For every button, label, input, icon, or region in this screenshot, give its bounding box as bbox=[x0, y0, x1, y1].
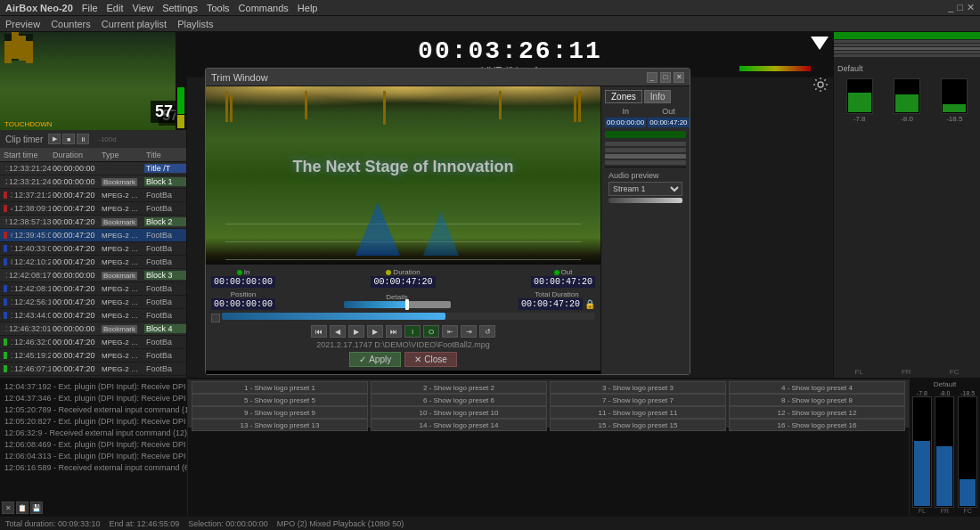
table-row[interactable]: 1712:46:07:15 00:00:47:20 MPEG-2 PS [108… bbox=[0, 363, 186, 376]
vu-label-1: -7.8 bbox=[853, 115, 866, 123]
bvu-val-2: -8.0 bbox=[939, 390, 950, 396]
hotkey-2[interactable]: 2 - Show logo preset 2 bbox=[371, 381, 547, 394]
table-row[interactable]: 512:38:57:13 00:00:47:20 Bookmark Block … bbox=[0, 216, 186, 229]
trim-play-button[interactable]: ▶ bbox=[348, 325, 364, 338]
table-row[interactable]: 412:38:09:19 00:00:47:20 MPEG-2 PS [1080… bbox=[0, 202, 186, 216]
hotkey-11[interactable]: 11 - Show logo preset 11 bbox=[550, 406, 726, 419]
menu-view[interactable]: View bbox=[133, 3, 154, 13]
hotkey-5[interactable]: 5 - Show logo preset 5 bbox=[192, 394, 368, 406]
log-copy-button[interactable]: 📋 bbox=[16, 501, 29, 514]
trim-mark-out[interactable]: O bbox=[423, 325, 439, 338]
hotkey-7[interactable]: 7 - Show logo preset 7 bbox=[550, 394, 726, 406]
field-lights bbox=[206, 86, 600, 122]
playlist-table[interactable]: 112:33:21:24 00:00:00:00 Title /T 212:33… bbox=[0, 162, 186, 378]
bvu-bar-1 bbox=[912, 396, 932, 508]
hotkey-1[interactable]: 1 - Show logo preset 1 bbox=[192, 381, 368, 394]
table-row[interactable]: 1212:42:56:11 00:00:47:20 MPEG-2 PS [108… bbox=[0, 296, 186, 309]
table-row[interactable]: 712:40:33:03 00:00:47:20 MPEG-2 PS [1080… bbox=[0, 242, 186, 256]
trim-mark-in[interactable]: I bbox=[404, 325, 421, 338]
main-wrapper: 57 TOUCHDOWN Clip timer ▶ ■ ⏸ -100d bbox=[0, 32, 980, 530]
trim-window-controls: _ □ ✕ bbox=[647, 72, 684, 83]
trim-video-area: The Next Stage of Innovation In bbox=[206, 86, 600, 374]
trim-goto-out[interactable]: ⇥ bbox=[461, 325, 477, 338]
table-row[interactable]: 112:33:21:24 00:00:00:00 Title /T bbox=[0, 162, 186, 175]
log-save-button[interactable]: 💾 bbox=[30, 501, 43, 514]
position-value: 00:00:00:00 bbox=[211, 298, 275, 310]
trim-close-button[interactable]: ✕ Close bbox=[404, 352, 457, 367]
trim-next-button[interactable]: ⏭ bbox=[386, 325, 402, 338]
menu-tools[interactable]: Tools bbox=[207, 3, 230, 13]
table-row[interactable]: 812:42:10:22 00:00:47:20 MPEG-2 PS [1080… bbox=[0, 256, 186, 269]
zone-bar-2 bbox=[605, 142, 686, 146]
audio-stream-select[interactable]: Stream 1 Stream 2 bbox=[608, 182, 682, 196]
zones-tab[interactable]: Zones bbox=[605, 90, 642, 103]
info-tab[interactable]: Info bbox=[644, 90, 672, 103]
trim-minimize[interactable]: _ bbox=[647, 72, 657, 83]
audio-volume-slider[interactable] bbox=[608, 198, 682, 203]
table-row[interactable]: 1512:46:32:01 00:00:47:20 MPEG-2 PS [108… bbox=[0, 336, 186, 349]
win-close[interactable]: ✕ bbox=[967, 2, 975, 13]
hotkey-14[interactable]: 14 - Show logo preset 14 bbox=[371, 419, 547, 431]
table-row[interactable]: 612:39:45:08 00:00:47:20 MPEG-2 PS [1080… bbox=[0, 229, 186, 242]
trim-prev-button[interactable]: ⏮ bbox=[311, 325, 327, 338]
trim-goto-in[interactable]: ⇤ bbox=[442, 325, 458, 338]
hotkey-6[interactable]: 6 - Show logo preset 6 bbox=[371, 394, 547, 406]
lock-icon[interactable]: 🔒 bbox=[584, 299, 595, 309]
menu-file[interactable]: File bbox=[82, 3, 98, 13]
hotkey-4[interactable]: 4 - Show logo preset 4 bbox=[729, 381, 905, 394]
hotkey-15[interactable]: 15 - Show logo preset 15 bbox=[550, 419, 726, 431]
stop-button[interactable]: ■ bbox=[62, 134, 75, 144]
table-row[interactable]: 1412:46:32:01 00:00:00:00 Bookmark Block… bbox=[0, 322, 186, 336]
menu-edit[interactable]: Edit bbox=[107, 3, 124, 13]
bottom-middle: 1 - Show logo preset 1 2 - Show logo pre… bbox=[187, 379, 909, 516]
tab-current-playlist[interactable]: Current playlist bbox=[102, 19, 167, 29]
menu-settings[interactable]: Settings bbox=[162, 3, 198, 13]
log-clear-button[interactable]: ✕ bbox=[2, 501, 14, 514]
table-row[interactable]: 1112:42:08:17 00:00:47:20 MPEG-2 PS [108… bbox=[0, 282, 186, 296]
bvu-val-3: -18.5 bbox=[960, 390, 975, 396]
trim-step-back-button[interactable]: ◀ bbox=[330, 325, 346, 338]
tab-playlists[interactable]: Playlists bbox=[177, 19, 213, 29]
end-at-status: End at: 12:46:55:09 bbox=[110, 519, 180, 528]
hotkey-9[interactable]: 9 - Show logo preset 9 bbox=[192, 406, 368, 419]
win-maximize[interactable]: □ bbox=[957, 2, 963, 13]
tab-preview[interactable]: Preview bbox=[5, 19, 40, 29]
menu-commands[interactable]: Commands bbox=[239, 3, 289, 13]
col-duration: Duration bbox=[51, 151, 100, 159]
table-row[interactable]: 212:33:21:24 00:00:00:00 Bookmark Block … bbox=[0, 175, 186, 189]
apply-button[interactable]: ✓ Apply bbox=[349, 352, 401, 367]
timecode-inout-row: In 00:00:00:00 Duration 00:00:47 bbox=[211, 268, 595, 288]
timeline-bar[interactable] bbox=[222, 313, 595, 320]
tab-counters[interactable]: Counters bbox=[51, 19, 91, 29]
vu-label-2: -8.0 bbox=[901, 115, 913, 123]
scrubber-bar[interactable] bbox=[344, 301, 451, 308]
out-timecode-value: 00:00:47:20 bbox=[531, 276, 595, 288]
hotkey-10[interactable]: 10 - Show logo preset 10 bbox=[371, 406, 547, 419]
trim-maximize[interactable]: □ bbox=[660, 72, 671, 83]
table-row[interactable]: 1012:42:08:17 00:00:00:00 Bookmark Block… bbox=[0, 269, 186, 282]
tc-duration-group: Duration 00:00:47:20 bbox=[371, 268, 435, 288]
hotkey-13[interactable]: 13 - Show logo preset 13 bbox=[192, 419, 368, 431]
pause-button[interactable]: ⏸ bbox=[77, 134, 89, 144]
win-minimize[interactable]: _ bbox=[948, 2, 953, 13]
hotkey-8[interactable]: 8 - Show logo preset 8 bbox=[729, 394, 905, 406]
table-row[interactable]: 312:37:21:24 00:00:47:20 MPEG-2 PS [1080… bbox=[0, 189, 186, 202]
hotkey-12[interactable]: 12 - Show logo preset 12 bbox=[729, 406, 905, 419]
hotkey-row-1: 1 - Show logo preset 1 2 - Show logo pre… bbox=[192, 381, 905, 394]
status-bar: Total duration: 00:09:33:10 End at: 12:4… bbox=[0, 516, 980, 530]
bvu-ch-2: FR bbox=[941, 508, 949, 514]
hotkey-3[interactable]: 3 - Show logo preset 3 bbox=[550, 381, 726, 394]
trim-reset[interactable]: ↺ bbox=[479, 325, 495, 338]
details-label: Details bbox=[386, 293, 407, 301]
settings-icon[interactable] bbox=[813, 77, 829, 94]
trim-close[interactable]: ✕ bbox=[674, 72, 684, 83]
table-row[interactable]: 1312:43:44:06 00:00:47:20 MPEG-2 PS [108… bbox=[0, 309, 186, 322]
table-row[interactable]: 1612:45:19:20 00:00:47:20 MPEG-2 PS [108… bbox=[0, 349, 186, 363]
log-line: 12:05:20:827 - Ext. plugin (DPI Input): … bbox=[4, 416, 183, 428]
log-line: 12:06:16:589 - Received external input c… bbox=[4, 462, 183, 474]
menu-help[interactable]: Help bbox=[298, 3, 318, 13]
trim-step-fwd-button[interactable]: ▶ bbox=[367, 325, 383, 338]
vu-meters-container: -7.8 -8.0 -18.5 bbox=[834, 77, 980, 366]
play-button[interactable]: ▶ bbox=[48, 134, 61, 144]
hotkey-16[interactable]: 16 - Show logo preset 16 bbox=[729, 419, 905, 431]
